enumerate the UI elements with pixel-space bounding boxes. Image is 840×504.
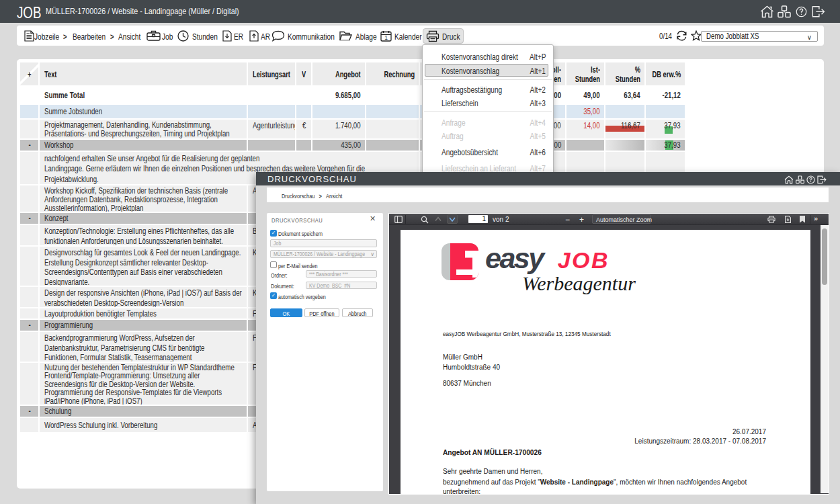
svg-text:1: 1: [384, 34, 388, 41]
